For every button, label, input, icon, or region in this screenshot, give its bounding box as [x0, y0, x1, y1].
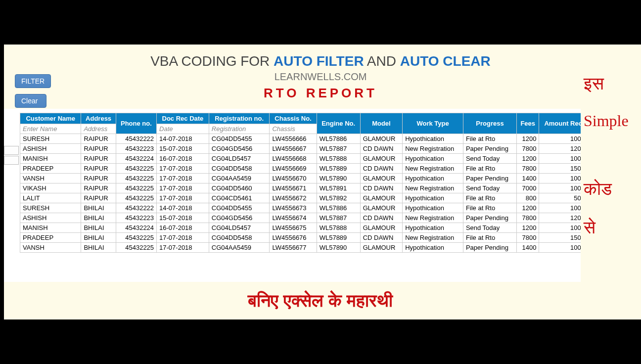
cell[interactable]: CG04CD5461 [209, 193, 270, 203]
cell[interactable]: CD DAWN [360, 233, 403, 243]
row-selector-icon[interactable] [4, 156, 19, 165]
cell[interactable]: Hypothication [403, 154, 463, 164]
table-row[interactable]: PRADEEPRAIPUR4543222517-07-2018CG04DD545… [20, 164, 621, 174]
cell[interactable]: 14-07-2018 [157, 203, 209, 213]
filter-date[interactable]: Date [157, 124, 209, 134]
cell[interactable]: 15-07-2018 [157, 144, 209, 154]
cell[interactable]: 1200 [517, 134, 539, 144]
cell[interactable]: LW4556671 [270, 183, 317, 193]
cell[interactable]: LW4556670 [270, 174, 317, 183]
cell[interactable]: WL57887 [317, 213, 360, 223]
cell[interactable]: LW4556675 [270, 223, 317, 233]
cell[interactable]: 800 [517, 193, 539, 203]
cell[interactable]: PRADEEP [20, 233, 81, 243]
cell[interactable]: WL57888 [317, 223, 360, 233]
cell[interactable]: 45432225 [116, 193, 156, 203]
cell[interactable]: MANISH [20, 223, 81, 233]
cell[interactable]: RAIPUR [81, 183, 116, 193]
cell[interactable]: New Registration [403, 144, 463, 154]
cell[interactable]: Hypothication [403, 134, 463, 144]
cell[interactable]: Hypothication [403, 203, 463, 213]
cell[interactable]: 45432224 [116, 154, 156, 164]
cell[interactable]: New Registration [403, 233, 463, 243]
cell[interactable]: New Registration [403, 183, 463, 193]
cell[interactable]: CD DAWN [360, 164, 403, 174]
cell[interactable]: LW4556674 [270, 213, 317, 223]
cell[interactable]: LW4556669 [270, 164, 317, 174]
cell[interactable]: WL57890 [317, 174, 360, 183]
cell[interactable]: CG04DD5455 [209, 134, 270, 144]
cell[interactable]: New Registration [403, 164, 463, 174]
cell[interactable]: Hypothication [403, 193, 463, 203]
col-header[interactable]: Fees [517, 113, 539, 134]
cell[interactable]: 1400 [517, 174, 539, 183]
cell[interactable]: LALIT [20, 193, 81, 203]
table-row[interactable]: LALITRAIPUR4543222517-07-2018CG04CD5461L… [20, 193, 621, 203]
col-header[interactable]: Engine No. [317, 113, 360, 134]
cell[interactable]: Hypothication [403, 174, 463, 183]
clear-button[interactable]: Clear [15, 94, 46, 108]
cell[interactable]: CD DAWN [360, 183, 403, 193]
cell[interactable]: 7800 [517, 233, 539, 243]
cell[interactable]: 7800 [517, 144, 539, 154]
table-row[interactable]: ASHISHRAIPUR4543222315-07-2018CG04GD5456… [20, 144, 621, 154]
cell[interactable]: PRADEEP [20, 164, 81, 174]
cell[interactable]: GLAMOUR [360, 243, 403, 253]
col-header[interactable]: Chassis No. [270, 113, 317, 124]
cell[interactable]: CG04AA5459 [209, 174, 270, 183]
cell[interactable]: CD DAWN [360, 144, 403, 154]
cell[interactable]: 17-07-2018 [157, 243, 209, 253]
cell[interactable]: 45432225 [116, 164, 156, 174]
cell[interactable]: BHILAI [81, 203, 116, 213]
cell[interactable]: Send Today [463, 223, 516, 233]
cell[interactable]: 1000 [539, 223, 588, 233]
cell[interactable]: Paper Pending [463, 243, 516, 253]
cell[interactable]: 1000 [539, 154, 588, 164]
cell[interactable]: 45432222 [116, 203, 156, 213]
cell[interactable]: 45432222 [116, 134, 156, 144]
cell[interactable]: RAIPUR [81, 134, 116, 144]
cell[interactable]: VIKASH [20, 183, 81, 193]
table-row[interactable]: SURESHRAIPUR4543222214-07-2018CG04DD5455… [20, 134, 621, 144]
cell[interactable]: 1200 [517, 154, 539, 164]
cell[interactable]: ASHISH [20, 144, 81, 154]
col-header[interactable]: Address [81, 113, 116, 124]
cell[interactable]: 1200 [517, 223, 539, 233]
cell[interactable]: WL57889 [317, 164, 360, 174]
col-header[interactable]: Registration no. [209, 113, 270, 124]
cell[interactable]: Hypothication [403, 223, 463, 233]
cell[interactable]: 1000 [539, 203, 588, 213]
filter-chassis[interactable]: Chassis [270, 124, 317, 134]
cell[interactable]: 15-07-2018 [157, 213, 209, 223]
cell[interactable]: RAIPUR [81, 193, 116, 203]
cell[interactable]: 1200 [539, 213, 588, 223]
cell[interactable]: 17-07-2018 [157, 183, 209, 193]
cell[interactable]: File at Rto [463, 233, 516, 243]
cell[interactable]: RAIPUR [81, 144, 116, 154]
cell[interactable]: 45432223 [116, 213, 156, 223]
cell[interactable]: 45432223 [116, 144, 156, 154]
col-header[interactable]: Amount Rec [539, 113, 588, 134]
cell[interactable]: 14-07-2018 [157, 134, 209, 144]
cell[interactable]: SURESH [20, 203, 81, 213]
cell[interactable]: 16-07-2018 [157, 223, 209, 233]
cell[interactable]: 1000 [539, 174, 588, 183]
cell[interactable]: RAIPUR [81, 164, 116, 174]
cell[interactable]: GLAMOUR [360, 134, 403, 144]
cell[interactable]: LW4556666 [270, 134, 317, 144]
cell[interactable]: 1200 [539, 144, 588, 154]
cell[interactable]: WL57892 [317, 193, 360, 203]
cell[interactable]: CG04GD5456 [209, 144, 270, 154]
cell[interactable]: 45432224 [116, 223, 156, 233]
cell[interactable]: CG04DD5458 [209, 233, 270, 243]
cell[interactable]: BHILAI [81, 243, 116, 253]
col-header[interactable]: Phone no. [116, 113, 156, 134]
cell[interactable]: 1200 [517, 203, 539, 213]
table-row[interactable]: SURESHBHILAI4543222214-07-2018CG04DD5455… [20, 203, 621, 213]
cell[interactable]: 17-07-2018 [157, 164, 209, 174]
cell[interactable]: RAIPUR [81, 174, 116, 183]
cell[interactable]: WL57891 [317, 183, 360, 193]
table-row[interactable]: VIKASHRAIPUR4543222517-07-2018CG04DD5460… [20, 183, 621, 193]
cell[interactable]: 7800 [517, 213, 539, 223]
cell[interactable]: WL57890 [317, 243, 360, 253]
